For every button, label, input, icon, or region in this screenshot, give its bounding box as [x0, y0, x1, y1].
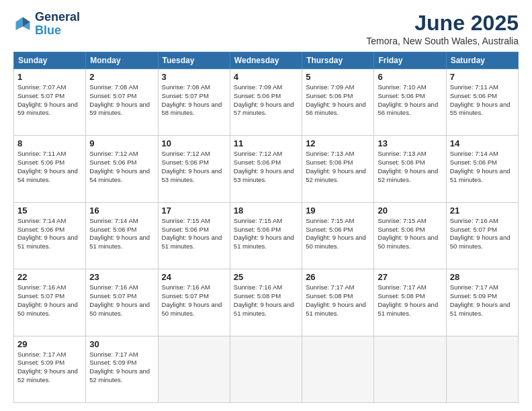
cell-info: Sunrise: 7:08 AMSunset: 5:07 PMDaylight:… [162, 83, 226, 118]
table-row: 8 Sunrise: 7:11 AMSunset: 5:06 PMDayligh… [14, 136, 86, 202]
table-row: 29 Sunrise: 7:17 AMSunset: 5:09 PMDaylig… [14, 336, 86, 402]
table-row: 3 Sunrise: 7:08 AMSunset: 5:07 PMDayligh… [158, 69, 230, 136]
day-number: 1 [17, 72, 82, 82]
day-number: 17 [162, 205, 226, 216]
cell-info: Sunrise: 7:12 AMSunset: 5:06 PMDaylight:… [234, 150, 298, 184]
day-number: 24 [162, 272, 226, 282]
location: Temora, New South Wales, Australia [366, 36, 519, 46]
cell-info: Sunrise: 7:12 AMSunset: 5:06 PMDaylight:… [89, 150, 154, 184]
table-row: 5 Sunrise: 7:09 AMSunset: 5:06 PMDayligh… [302, 69, 374, 136]
table-row: 4 Sunrise: 7:09 AMSunset: 5:06 PMDayligh… [230, 69, 302, 136]
day-number: 15 [17, 205, 82, 216]
cell-info: Sunrise: 7:15 AMSunset: 5:06 PMDaylight:… [234, 217, 298, 251]
table-row: 28 Sunrise: 7:17 AMSunset: 5:09 PMDaylig… [446, 269, 518, 336]
table-row: 12 Sunrise: 7:13 AMSunset: 5:06 PMDaylig… [302, 136, 374, 202]
header: General Blue June 2025 Temora, New South… [13, 11, 519, 46]
table-row: 2 Sunrise: 7:08 AMSunset: 5:07 PMDayligh… [86, 69, 158, 136]
cell-info: Sunrise: 7:17 AMSunset: 5:09 PMDaylight:… [89, 351, 154, 385]
day-number: 8 [17, 138, 82, 148]
day-number: 2 [89, 72, 154, 82]
day-number: 21 [450, 205, 515, 216]
empty-cell [158, 336, 230, 402]
table-row: 18 Sunrise: 7:15 AMSunset: 5:06 PMDaylig… [230, 202, 302, 269]
table-row: 19 Sunrise: 7:15 AMSunset: 5:06 PMDaylig… [302, 202, 374, 269]
table-row: 17 Sunrise: 7:15 AMSunset: 5:06 PMDaylig… [158, 202, 230, 269]
cell-info: Sunrise: 7:16 AMSunset: 5:07 PMDaylight:… [17, 283, 82, 318]
logo: General Blue [13, 11, 80, 38]
table-row: 20 Sunrise: 7:15 AMSunset: 5:06 PMDaylig… [374, 202, 446, 269]
cell-info: Sunrise: 7:10 AMSunset: 5:06 PMDaylight:… [378, 83, 442, 118]
table-row: 21 Sunrise: 7:16 AMSunset: 5:07 PMDaylig… [446, 202, 518, 269]
day-number: 27 [378, 272, 442, 282]
empty-cell [374, 336, 446, 402]
col-saturday: Saturday [446, 52, 518, 69]
cell-info: Sunrise: 7:13 AMSunset: 5:06 PMDaylight:… [306, 150, 370, 184]
table-row: 13 Sunrise: 7:13 AMSunset: 5:06 PMDaylig… [374, 136, 446, 202]
empty-cell [302, 336, 374, 402]
col-tuesday: Tuesday [158, 52, 230, 69]
calendar-week: 8 Sunrise: 7:11 AMSunset: 5:06 PMDayligh… [14, 136, 519, 202]
cell-info: Sunrise: 7:16 AMSunset: 5:08 PMDaylight:… [234, 283, 298, 318]
day-number: 4 [234, 72, 298, 82]
title-block: June 2025 Temora, New South Wales, Austr… [366, 11, 519, 46]
logo-line1: General [35, 11, 80, 24]
logo-text: General Blue [35, 11, 80, 38]
logo-line2: Blue [35, 24, 80, 38]
cell-info: Sunrise: 7:07 AMSunset: 5:07 PMDaylight:… [17, 83, 82, 118]
empty-cell [230, 336, 302, 402]
day-number: 25 [234, 272, 298, 282]
empty-cell [446, 336, 518, 402]
cell-info: Sunrise: 7:14 AMSunset: 5:06 PMDaylight:… [89, 217, 154, 251]
day-number: 19 [306, 205, 370, 216]
day-number: 7 [450, 72, 515, 82]
day-number: 10 [162, 138, 226, 148]
cell-info: Sunrise: 7:17 AMSunset: 5:08 PMDaylight:… [378, 283, 442, 318]
col-wednesday: Wednesday [230, 52, 302, 69]
col-friday: Friday [374, 52, 446, 69]
day-number: 9 [89, 138, 154, 148]
table-row: 24 Sunrise: 7:16 AMSunset: 5:07 PMDaylig… [158, 269, 230, 336]
table-row: 6 Sunrise: 7:10 AMSunset: 5:06 PMDayligh… [374, 69, 446, 136]
day-number: 5 [306, 72, 370, 82]
day-number: 13 [378, 138, 442, 148]
calendar-header-row: Sunday Monday Tuesday Wednesday Thursday… [14, 52, 519, 69]
calendar-week: 1 Sunrise: 7:07 AMSunset: 5:07 PMDayligh… [14, 69, 519, 136]
table-row: 11 Sunrise: 7:12 AMSunset: 5:06 PMDaylig… [230, 136, 302, 202]
day-number: 16 [89, 205, 154, 216]
cell-info: Sunrise: 7:17 AMSunset: 5:09 PMDaylight:… [450, 283, 515, 318]
day-number: 6 [378, 72, 442, 82]
col-monday: Monday [86, 52, 158, 69]
cell-info: Sunrise: 7:09 AMSunset: 5:06 PMDaylight:… [234, 83, 298, 118]
cell-info: Sunrise: 7:11 AMSunset: 5:06 PMDaylight:… [17, 150, 82, 184]
cell-info: Sunrise: 7:12 AMSunset: 5:06 PMDaylight:… [162, 150, 226, 184]
day-number: 26 [306, 272, 370, 282]
day-number: 20 [378, 205, 442, 216]
table-row: 14 Sunrise: 7:14 AMSunset: 5:06 PMDaylig… [446, 136, 518, 202]
table-row: 16 Sunrise: 7:14 AMSunset: 5:06 PMDaylig… [86, 202, 158, 269]
day-number: 30 [89, 339, 154, 349]
cell-info: Sunrise: 7:16 AMSunset: 5:07 PMDaylight:… [89, 283, 154, 318]
cell-info: Sunrise: 7:11 AMSunset: 5:06 PMDaylight:… [450, 83, 515, 118]
month-title: June 2025 [366, 11, 519, 36]
table-row: 7 Sunrise: 7:11 AMSunset: 5:06 PMDayligh… [446, 69, 518, 136]
table-row: 30 Sunrise: 7:17 AMSunset: 5:09 PMDaylig… [86, 336, 158, 402]
cell-info: Sunrise: 7:16 AMSunset: 5:07 PMDaylight:… [450, 217, 515, 251]
cell-info: Sunrise: 7:15 AMSunset: 5:06 PMDaylight:… [306, 217, 370, 251]
calendar-table: Sunday Monday Tuesday Wednesday Thursday… [13, 52, 519, 403]
table-row: 27 Sunrise: 7:17 AMSunset: 5:08 PMDaylig… [374, 269, 446, 336]
calendar-week: 22 Sunrise: 7:16 AMSunset: 5:07 PMDaylig… [14, 269, 519, 336]
day-number: 11 [234, 138, 298, 148]
table-row: 25 Sunrise: 7:16 AMSunset: 5:08 PMDaylig… [230, 269, 302, 336]
cell-info: Sunrise: 7:09 AMSunset: 5:06 PMDaylight:… [306, 83, 370, 118]
day-number: 14 [450, 138, 515, 148]
cell-info: Sunrise: 7:15 AMSunset: 5:06 PMDaylight:… [162, 217, 226, 251]
day-number: 29 [17, 339, 82, 349]
cell-info: Sunrise: 7:14 AMSunset: 5:06 PMDaylight:… [450, 150, 515, 184]
day-number: 18 [234, 205, 298, 216]
cell-info: Sunrise: 7:16 AMSunset: 5:07 PMDaylight:… [162, 283, 226, 318]
cell-info: Sunrise: 7:13 AMSunset: 5:06 PMDaylight:… [378, 150, 442, 184]
day-number: 22 [17, 272, 82, 282]
table-row: 23 Sunrise: 7:16 AMSunset: 5:07 PMDaylig… [86, 269, 158, 336]
col-sunday: Sunday [14, 52, 86, 69]
table-row: 9 Sunrise: 7:12 AMSunset: 5:06 PMDayligh… [86, 136, 158, 202]
